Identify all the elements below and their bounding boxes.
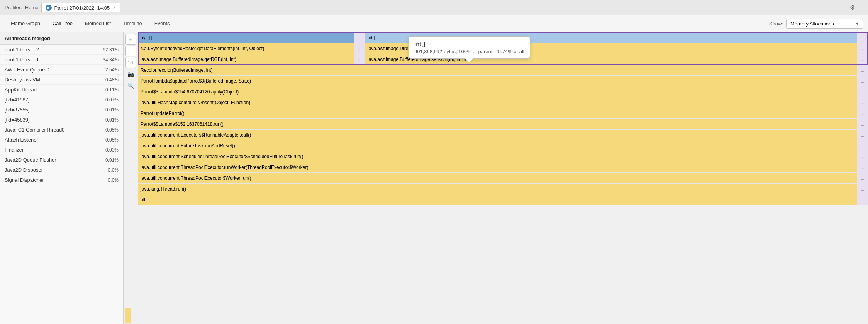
sidebar-item[interactable]: Finalizer 0.03%: [0, 145, 123, 155]
flame-cell-single[interactable]: java.util.concurrent.ScheduledThreadPool…: [138, 151, 857, 162]
sidebar-item-pct: 0.05%: [97, 127, 119, 133]
table-row[interactable]: java.util.HashMap.computeIfAbsent(Object…: [138, 97, 868, 108]
minimize-icon[interactable]: —: [858, 5, 863, 11]
sidebar-item-pct: 0.01%: [97, 117, 119, 123]
sidebar-item-name: Java: C1 CompilerThread0: [5, 127, 97, 133]
table-row[interactable]: Parrot$$Lambda$152.1637061418.run()...: [138, 119, 868, 130]
sidebar-item[interactable]: AWT-EventQueue-0 2.54%: [0, 65, 123, 75]
flame-cell-dots-right[interactable]: ...: [857, 43, 868, 54]
flame-cell-dots[interactable]: ...: [857, 108, 868, 119]
tooltip: int[] 901,898,992 bytes, 100% of parent,…: [409, 36, 530, 59]
table-row[interactable]: Recolor.recolor(BufferedImage, int)...: [138, 65, 868, 76]
sidebar-item[interactable]: AppKit Thread 0.11%: [0, 85, 123, 95]
flame-cell-single[interactable]: Parrot$$Lambda$152.1637061418.run(): [138, 119, 857, 129]
flame-cell-single[interactable]: Parrot.lambda$updateParrot$3(BufferedIma…: [138, 76, 857, 86]
flame-cell-dots-left[interactable]: ...: [354, 32, 365, 43]
flame-cell-single[interactable]: all: [138, 194, 857, 205]
sidebar-item[interactable]: pool-1-thread-1 34.34%: [0, 55, 123, 65]
flame-cell-single[interactable]: Parrot$$Lambda$154.670704120.apply(Objec…: [138, 86, 857, 97]
flame-cell-dots[interactable]: ...: [857, 76, 868, 86]
flame-cell-dots-left[interactable]: ...: [354, 43, 365, 54]
tooltip-arrow: [465, 58, 473, 63]
flame-cell-left[interactable]: java.awt.image.BufferedImage.getRGB(int,…: [138, 54, 354, 64]
sidebar-item-name: DestroyJavaVM: [5, 77, 97, 83]
camera-icon[interactable]: 📷: [125, 69, 136, 79]
table-row[interactable]: Parrot.lambda$updateParrot$3(BufferedIma…: [138, 76, 868, 86]
search-zoom-icon[interactable]: 🔍: [125, 80, 136, 91]
flame-cell-dots[interactable]: ...: [857, 140, 868, 151]
gear-icon[interactable]: ⚙: [849, 4, 855, 11]
table-row[interactable]: java.util.concurrent.ScheduledThreadPool…: [138, 151, 868, 162]
sidebar-item[interactable]: Java2D Disposer 0.0%: [0, 165, 123, 175]
flame-graph-area[interactable]: byte[]...int[]...s.a.i.ByteInterleavedRa…: [138, 32, 868, 307]
sidebar-item[interactable]: Java: C1 CompilerThread0 0.05%: [0, 125, 123, 135]
flame-cell-dots[interactable]: ...: [857, 119, 868, 130]
flame-cell-dots[interactable]: ...: [857, 65, 868, 76]
zoom-in-button[interactable]: +: [125, 34, 136, 45]
session-tab-title: Parrot 27/01/2022, 14:05: [54, 5, 110, 11]
thread-sidebar: All threads merged pool-1-thread-2 62.31…: [0, 32, 124, 324]
mini-map-panel: [124, 307, 131, 324]
table-row[interactable]: java.lang.Thread.run()...: [138, 184, 868, 194]
flame-cell-dots-right[interactable]: ...: [857, 32, 868, 43]
sidebar-item[interactable]: Attach Listener 0.05%: [0, 135, 123, 145]
table-row[interactable]: java.util.concurrent.Executors$RunnableA…: [138, 130, 868, 140]
flame-cell-single[interactable]: Recolor.recolor(BufferedImage, int): [138, 65, 857, 75]
flame-cell-single[interactable]: java.lang.Thread.run(): [138, 184, 857, 194]
sidebar-item-name: Finalizer: [5, 147, 97, 153]
tab-events[interactable]: Events: [148, 15, 176, 32]
sidebar-item[interactable]: [tid=41987] 0.07%: [0, 95, 123, 105]
table-row[interactable]: java.util.concurrent.ThreadPoolExecutor$…: [138, 173, 868, 184]
profiler-label: Profiler:: [5, 5, 22, 10]
zoom-out-button[interactable]: −: [125, 46, 136, 56]
sidebar-item-name: AppKit Thread: [5, 87, 97, 93]
flame-cell-single[interactable]: java.util.concurrent.Executors$RunnableA…: [138, 130, 857, 140]
table-row[interactable]: java.util.concurrent.FutureTask.runAndRe…: [138, 140, 868, 151]
session-tab-icon: ▶: [46, 5, 52, 11]
flame-cell-dots[interactable]: ...: [857, 97, 868, 108]
sidebar-item-pct: 2.54%: [97, 67, 119, 73]
flame-cell-dots-right[interactable]: ...: [857, 54, 868, 65]
table-row[interactable]: java.util.concurrent.ThreadPoolExecutor.…: [138, 162, 868, 173]
sidebar-item[interactable]: Java2D Queue Flusher 0.01%: [0, 155, 123, 165]
table-row[interactable]: all...: [138, 194, 868, 205]
flame-cell-single[interactable]: Parrot.updateParrot(): [138, 108, 857, 118]
sidebar-item-name: Java2D Queue Flusher: [5, 157, 97, 163]
sidebar-item[interactable]: pool-1-thread-2 62.31%: [0, 45, 123, 55]
sidebar-item[interactable]: [tid=87555] 0.01%: [0, 105, 123, 115]
tab-method-list[interactable]: Method List: [79, 15, 117, 32]
zoom-reset-button[interactable]: 1:1: [125, 57, 136, 68]
flame-cell-dots[interactable]: ...: [857, 162, 868, 173]
sidebar-item-pct: 0.03%: [97, 147, 119, 153]
zoom-controls: + − 1:1 📷 🔍: [124, 32, 138, 93]
sidebar-item-pct: 0.07%: [97, 97, 119, 103]
sidebar-item[interactable]: Signal Dispatcher 0.0%: [0, 175, 123, 185]
flame-cell-single[interactable]: java.util.concurrent.FutureTask.runAndRe…: [138, 140, 857, 151]
flame-cell-dots[interactable]: ...: [857, 194, 868, 205]
session-tab-close[interactable]: ×: [112, 5, 116, 10]
chevron-down-icon: ▼: [855, 22, 859, 26]
flame-cell-single[interactable]: java.util.concurrent.ThreadPoolExecutor$…: [138, 173, 857, 183]
sidebar-item[interactable]: [tid=45839] 0.01%: [0, 115, 123, 125]
show-dropdown[interactable]: Memory Allocations ▼: [786, 19, 863, 29]
home-link[interactable]: Home: [25, 5, 39, 10]
sidebar-item-pct: 0.48%: [97, 77, 119, 83]
flame-cell-dots[interactable]: ...: [857, 86, 868, 97]
flame-cell-dots[interactable]: ...: [857, 184, 868, 194]
tab-timeline[interactable]: Timeline: [117, 15, 148, 32]
flame-cell-dots-left[interactable]: ...: [354, 54, 365, 65]
flame-cell-left[interactable]: s.a.i.ByteInterleavedRaster.getDataEleme…: [138, 43, 354, 54]
sidebar-item-name: Signal Dispatcher: [5, 177, 97, 183]
flame-cell-dots[interactable]: ...: [857, 173, 868, 184]
flame-cell-single[interactable]: java.util.concurrent.ThreadPoolExecutor.…: [138, 162, 857, 172]
tab-call-tree[interactable]: Call Tree: [46, 15, 79, 32]
flame-cell-dots[interactable]: ...: [857, 130, 868, 140]
sidebar-item[interactable]: DestroyJavaVM 0.48%: [0, 75, 123, 85]
flame-cell-left[interactable]: byte[]: [138, 32, 354, 43]
flame-cell-single[interactable]: java.util.HashMap.computeIfAbsent(Object…: [138, 97, 857, 108]
flame-cell-dots[interactable]: ...: [857, 151, 868, 162]
table-row[interactable]: Parrot.updateParrot()...: [138, 108, 868, 119]
table-row[interactable]: Parrot$$Lambda$154.670704120.apply(Objec…: [138, 86, 868, 97]
session-tab[interactable]: ▶ Parrot 27/01/2022, 14:05 ×: [41, 3, 120, 12]
tab-flame-graph[interactable]: Flame Graph: [5, 15, 46, 32]
